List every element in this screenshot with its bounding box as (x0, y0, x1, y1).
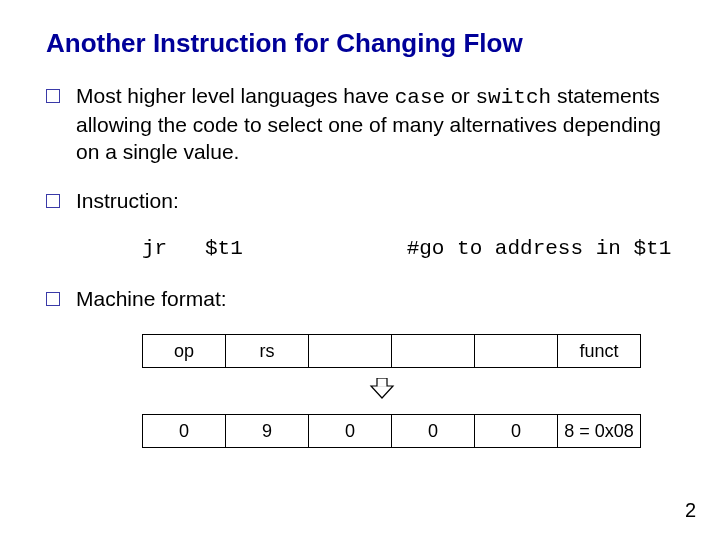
bullet-marker-icon (46, 89, 60, 103)
bullet-1-part2: or (445, 84, 475, 107)
value-op: 0 (143, 415, 226, 448)
value-c3: 0 (392, 415, 475, 448)
bullet-1: Most higher level languages have case or… (46, 83, 674, 166)
bullet-3: Machine format: (46, 286, 674, 313)
bullet-marker-icon (46, 292, 60, 306)
instruction-code-line: jr $t1 #go to address in $t1 (142, 237, 674, 260)
value-rs: 9 (226, 415, 309, 448)
bullet-1-part1: Most higher level languages have (76, 84, 395, 107)
machine-format-values-table: 0 9 0 0 0 8 = 0x08 (142, 414, 641, 448)
svg-rect-2 (378, 385, 387, 387)
field-empty-1 (309, 335, 392, 368)
svg-rect-0 (377, 378, 387, 386)
bullet-1-code2: switch (475, 86, 551, 109)
value-c2: 0 (309, 415, 392, 448)
machine-format-fields-table: op rs funct (142, 334, 641, 368)
bullet-1-text: Most higher level languages have case or… (76, 83, 674, 166)
bullet-3-text: Machine format: (76, 286, 674, 313)
bullet-marker-icon (46, 194, 60, 208)
field-rs: rs (226, 335, 309, 368)
bullet-2: Instruction: (46, 188, 674, 215)
value-funct: 8 = 0x08 (558, 415, 641, 448)
slide-title: Another Instruction for Changing Flow (46, 28, 674, 59)
field-empty-3 (475, 335, 558, 368)
field-op: op (143, 335, 226, 368)
bullet-1-code1: case (395, 86, 445, 109)
svg-marker-1 (371, 386, 393, 398)
value-c4: 0 (475, 415, 558, 448)
down-arrow-icon (367, 378, 397, 404)
bullet-2-text: Instruction: (76, 188, 674, 215)
field-funct: funct (558, 335, 641, 368)
field-empty-2 (392, 335, 475, 368)
page-number: 2 (685, 499, 696, 522)
